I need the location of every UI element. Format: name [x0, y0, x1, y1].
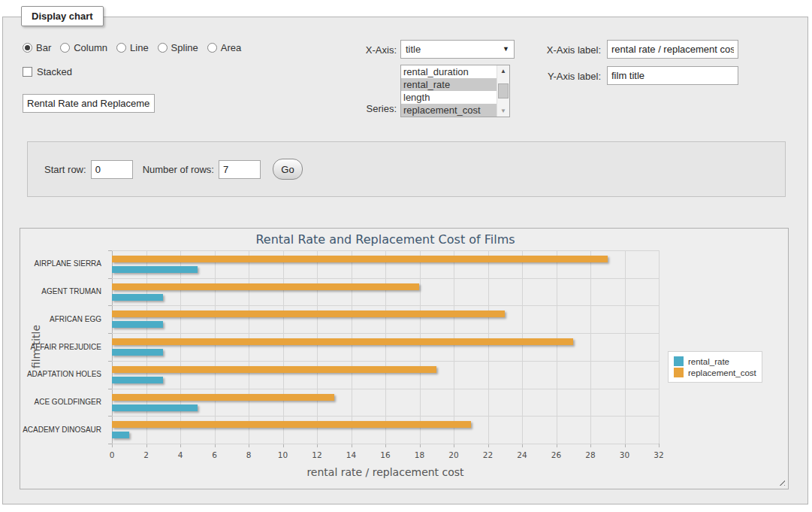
bar-replacement_cost[interactable] [112, 421, 471, 428]
bar-replacement_cost[interactable] [112, 311, 505, 317]
scrollbar-thumb[interactable] [498, 83, 509, 98]
chart-type-option-column[interactable]: Column [60, 42, 107, 53]
y-tick-mark [108, 278, 112, 279]
x-tick-label: 10 [272, 450, 294, 459]
x-axis-title: rental rate / replacement cost [112, 466, 659, 478]
chart-type-option-spline[interactable]: Spline [158, 42, 198, 53]
bar-rental_rate[interactable] [112, 349, 163, 356]
gridline-vertical [352, 250, 352, 444]
category-label: AIRPLANE SIERRA [20, 259, 107, 268]
bar-rental_rate[interactable] [112, 266, 198, 273]
series-option-rental_duration[interactable]: rental_duration [401, 65, 497, 78]
radio-icon[interactable] [23, 43, 32, 53]
dropdown-arrow-icon: ▼ [503, 46, 509, 53]
category-label: AFRICAN EGG [20, 315, 107, 323]
gridline-vertical [249, 250, 249, 444]
bar-rental_rate[interactable] [112, 404, 198, 411]
gridline-vertical [625, 250, 626, 444]
x-tick-mark [659, 444, 660, 447]
category-label: AGENT TRUMAN [20, 287, 107, 295]
number-of-rows-label: Number of rows: [143, 164, 214, 175]
plot-area [112, 250, 659, 444]
x-tick-label: 18 [409, 450, 431, 459]
y-tick-mark [108, 333, 112, 334]
gridline-horizontal [112, 250, 659, 251]
y-tick-mark [108, 250, 112, 251]
legend-label: rental_rate [688, 357, 729, 366]
start-row-input[interactable] [91, 160, 133, 179]
x-tick-label: 28 [579, 450, 602, 459]
gridline-horizontal [112, 278, 659, 279]
chart-legend: rental_ratereplacement_cost [668, 351, 762, 383]
resize-grip-icon[interactable] [777, 477, 785, 486]
chart-panel: Rental Rate and Replacement Cost of Film… [20, 228, 789, 489]
x-tick-label: 6 [204, 450, 226, 459]
go-button[interactable]: Go [273, 159, 303, 180]
chart-type-label: Area [221, 42, 241, 53]
chart-type-option-bar[interactable]: Bar [23, 42, 51, 53]
bar-rental_rate[interactable] [112, 377, 163, 383]
gridline-vertical [659, 250, 660, 444]
category-label: AFFAIR PREJUDICE [20, 343, 107, 351]
bar-replacement_cost[interactable] [112, 366, 436, 373]
legend-swatch-icon [674, 368, 684, 377]
y-axis-label-input[interactable] [607, 66, 738, 85]
stacked-checkbox-row[interactable]: Stacked [23, 66, 72, 77]
series-option-replacement_cost[interactable]: replacement_cost [401, 104, 497, 117]
series-scrollbar[interactable]: ▲ ▼ [497, 65, 509, 117]
bar-rental_rate[interactable] [112, 321, 163, 328]
radio-icon[interactable] [116, 43, 126, 53]
series-select[interactable]: rental_durationrental_ratelengthreplacem… [400, 65, 510, 117]
x-axis-selected-value: title [406, 44, 421, 55]
x-axis-label-input[interactable] [607, 40, 738, 59]
bar-replacement_cost[interactable] [112, 283, 419, 290]
chart-type-label: Bar [36, 42, 51, 53]
chart-type-option-line[interactable]: Line [116, 42, 149, 53]
series-select-label: Series: [323, 103, 397, 114]
gridline-vertical [317, 250, 318, 444]
chart-title-input[interactable] [23, 94, 155, 113]
radio-icon[interactable] [60, 43, 70, 53]
radio-icon[interactable] [207, 43, 217, 53]
y-tick-mark [108, 389, 112, 389]
bar-replacement_cost[interactable] [112, 256, 608, 262]
gridline-horizontal [112, 444, 659, 444]
legend-item-replacement_cost[interactable]: replacement_cost [674, 368, 756, 377]
x-tick-label: 8 [237, 450, 260, 459]
gridline-vertical [557, 250, 557, 444]
chart-type-label: Column [74, 42, 107, 53]
bar-replacement_cost[interactable] [112, 394, 334, 401]
chart-type-label: Spline [171, 42, 198, 53]
stacked-label: Stacked [37, 66, 72, 77]
bar-rental_rate[interactable] [112, 294, 163, 301]
number-of-rows-input[interactable] [219, 160, 261, 179]
x-axis-select[interactable]: title ▼ [400, 40, 515, 59]
gridline-vertical [385, 250, 386, 444]
bar-replacement_cost[interactable] [112, 338, 573, 345]
gridline-horizontal [112, 389, 659, 389]
start-row-label: Start row: [44, 164, 86, 175]
legend-item-rental_rate[interactable]: rental_rate [674, 356, 756, 366]
scrollbar-track[interactable] [497, 77, 509, 105]
gridline-vertical [522, 250, 523, 444]
series-option-rental_rate[interactable]: rental_rate [401, 78, 497, 91]
stacked-checkbox[interactable] [23, 67, 32, 77]
y-axis-label-field-label: Y-Axis label: [526, 71, 601, 82]
gridline-horizontal [112, 416, 659, 417]
legend-label: replacement_cost [688, 368, 756, 377]
x-axis-select-label: X-Axis: [323, 44, 397, 56]
x-tick-label: 12 [306, 450, 328, 459]
gridline-vertical [454, 250, 454, 444]
x-tick-label: 16 [374, 450, 397, 459]
x-tick-label: 20 [442, 450, 465, 459]
gridline-horizontal [112, 361, 659, 362]
radio-icon[interactable] [158, 43, 168, 53]
series-option-length[interactable]: length [401, 91, 497, 104]
chart-type-row: BarColumnLineSplineArea [23, 42, 250, 53]
scrollbar-down-icon[interactable]: ▼ [497, 105, 509, 117]
chart-type-option-area[interactable]: Area [207, 42, 241, 53]
bar-rental_rate[interactable] [112, 432, 129, 438]
x-tick-label: 14 [340, 450, 363, 459]
scrollbar-up-icon[interactable]: ▲ [497, 65, 509, 77]
x-tick-label: 22 [477, 450, 500, 459]
